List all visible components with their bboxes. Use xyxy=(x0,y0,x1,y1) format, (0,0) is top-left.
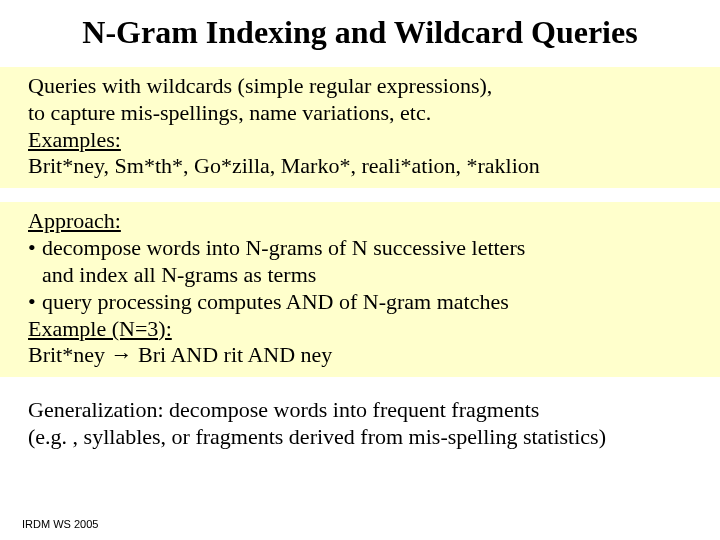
bullet-icon: • xyxy=(28,235,42,262)
intro-block: Queries with wildcards (simple regular e… xyxy=(0,67,720,188)
generalization-block: Generalization: decompose words into fre… xyxy=(0,391,720,457)
bullet-1b: and index all N-grams as terms xyxy=(28,262,710,289)
examples-label: Examples: xyxy=(28,127,121,152)
bullet-1a: decompose words into N-grams of N succes… xyxy=(42,235,710,262)
arrow-icon: → xyxy=(111,342,133,367)
bullet-2: query processing computes AND of N-gram … xyxy=(42,289,710,316)
examples-text: Brit*ney, Sm*th*, Go*zilla, Marko*, real… xyxy=(28,153,710,180)
generalization-line-1: Generalization: decompose words into fre… xyxy=(28,397,710,424)
generalization-line-2: (e.g. , syllables, or fragments derived … xyxy=(28,424,710,451)
footer-text: IRDM WS 2005 xyxy=(22,518,98,530)
example-label: Example (N=3): xyxy=(28,316,172,341)
slide: N-Gram Indexing and Wildcard Queries Que… xyxy=(0,0,720,540)
approach-block: Approach: • decompose words into N-grams… xyxy=(0,202,720,377)
intro-line-2: to capture mis-spellings, name variation… xyxy=(28,100,710,127)
example-line: Brit*ney → Bri AND rit AND ney xyxy=(28,342,710,369)
approach-label: Approach: xyxy=(28,208,121,233)
example-lhs: Brit*ney xyxy=(28,342,111,367)
slide-title: N-Gram Indexing and Wildcard Queries xyxy=(0,0,720,61)
bullet-icon: • xyxy=(28,289,42,316)
intro-line-1: Queries with wildcards (simple regular e… xyxy=(28,73,710,100)
example-rhs: Bri AND rit AND ney xyxy=(133,342,333,367)
